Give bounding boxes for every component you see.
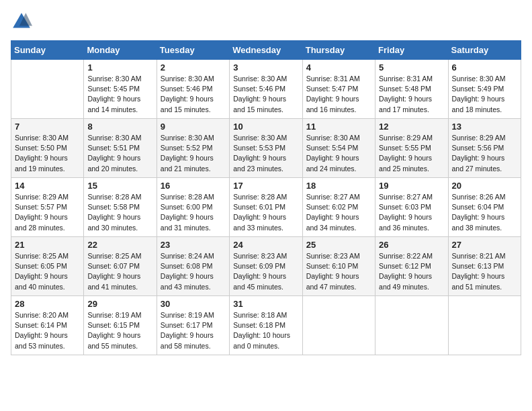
calendar-cell: 23Sunrise: 8:24 AM Sunset: 6:08 PM Dayli…: [157, 237, 229, 296]
day-number: 5: [379, 62, 444, 73]
day-info: Sunrise: 8:30 AM Sunset: 5:46 PM Dayligh…: [233, 74, 298, 115]
day-number: 7: [15, 122, 80, 132]
calendar-cell: 19Sunrise: 8:27 AM Sunset: 6:03 PM Dayli…: [375, 178, 448, 237]
calendar-cell: 26Sunrise: 8:22 AM Sunset: 6:12 PM Dayli…: [375, 237, 448, 296]
week-row-3: 21Sunrise: 8:25 AM Sunset: 6:05 PM Dayli…: [11, 237, 521, 296]
day-number: 2: [161, 62, 226, 73]
col-header-sunday: Sunday: [11, 41, 84, 60]
day-number: 17: [233, 181, 298, 191]
day-number: 22: [87, 240, 152, 250]
day-info: Sunrise: 8:30 AM Sunset: 5:49 PM Dayligh…: [452, 74, 517, 115]
day-number: 30: [161, 299, 226, 309]
day-number: 21: [15, 240, 80, 250]
day-number: 26: [379, 240, 444, 250]
week-row-4: 28Sunrise: 8:20 AM Sunset: 6:14 PM Dayli…: [11, 296, 521, 355]
calendar-cell: [302, 296, 375, 355]
day-number: 31: [233, 299, 298, 309]
day-number: 15: [87, 181, 152, 191]
calendar-cell: 6Sunrise: 8:30 AM Sunset: 5:49 PM Daylig…: [448, 60, 521, 119]
day-info: Sunrise: 8:27 AM Sunset: 6:02 PM Dayligh…: [306, 192, 371, 233]
col-header-monday: Monday: [84, 41, 157, 60]
calendar-cell: 18Sunrise: 8:27 AM Sunset: 6:02 PM Dayli…: [302, 178, 375, 237]
day-number: 11: [306, 122, 371, 132]
day-number: 16: [161, 181, 226, 191]
day-info: Sunrise: 8:24 AM Sunset: 6:08 PM Dayligh…: [161, 251, 226, 292]
calendar-cell: 25Sunrise: 8:23 AM Sunset: 6:10 PM Dayli…: [302, 237, 375, 296]
calendar-cell: 8Sunrise: 8:30 AM Sunset: 5:51 PM Daylig…: [84, 119, 157, 178]
calendar-cell: 10Sunrise: 8:30 AM Sunset: 5:53 PM Dayli…: [230, 119, 302, 178]
logo-icon: [11, 11, 32, 32]
calendar-cell: 17Sunrise: 8:28 AM Sunset: 6:01 PM Dayli…: [230, 178, 302, 237]
day-info: Sunrise: 8:30 AM Sunset: 5:53 PM Dayligh…: [233, 133, 298, 174]
calendar-cell: 14Sunrise: 8:29 AM Sunset: 5:57 PM Dayli…: [11, 178, 84, 237]
day-info: Sunrise: 8:22 AM Sunset: 6:12 PM Dayligh…: [379, 251, 444, 292]
day-info: Sunrise: 8:30 AM Sunset: 5:52 PM Dayligh…: [161, 133, 226, 174]
day-info: Sunrise: 8:30 AM Sunset: 5:54 PM Dayligh…: [306, 133, 371, 174]
day-info: Sunrise: 8:19 AM Sunset: 6:15 PM Dayligh…: [87, 310, 152, 351]
day-info: Sunrise: 8:25 AM Sunset: 6:05 PM Dayligh…: [15, 251, 80, 292]
day-number: 8: [87, 122, 152, 132]
calendar-cell: 16Sunrise: 8:28 AM Sunset: 6:00 PM Dayli…: [157, 178, 229, 237]
day-number: 20: [452, 181, 517, 191]
calendar-table: SundayMondayTuesdayWednesdayThursdayFrid…: [11, 40, 521, 355]
day-number: 12: [379, 122, 444, 132]
calendar-cell: 28Sunrise: 8:20 AM Sunset: 6:14 PM Dayli…: [11, 296, 84, 355]
day-info: Sunrise: 8:30 AM Sunset: 5:51 PM Dayligh…: [87, 133, 152, 174]
calendar-cell: 29Sunrise: 8:19 AM Sunset: 6:15 PM Dayli…: [84, 296, 157, 355]
day-info: Sunrise: 8:29 AM Sunset: 5:55 PM Dayligh…: [379, 133, 444, 174]
col-header-tuesday: Tuesday: [157, 41, 229, 60]
day-number: 23: [161, 240, 226, 250]
day-info: Sunrise: 8:26 AM Sunset: 6:04 PM Dayligh…: [452, 192, 517, 233]
calendar-cell: 22Sunrise: 8:25 AM Sunset: 6:07 PM Dayli…: [84, 237, 157, 296]
day-info: Sunrise: 8:19 AM Sunset: 6:17 PM Dayligh…: [161, 310, 226, 351]
day-info: Sunrise: 8:30 AM Sunset: 5:46 PM Dayligh…: [161, 74, 226, 115]
day-number: 13: [452, 122, 517, 132]
calendar-cell: 13Sunrise: 8:29 AM Sunset: 5:56 PM Dayli…: [448, 119, 521, 178]
calendar-cell: 12Sunrise: 8:29 AM Sunset: 5:55 PM Dayli…: [375, 119, 448, 178]
day-info: Sunrise: 8:20 AM Sunset: 6:14 PM Dayligh…: [15, 310, 80, 351]
day-number: 25: [306, 240, 371, 250]
day-info: Sunrise: 8:29 AM Sunset: 5:56 PM Dayligh…: [452, 133, 517, 174]
day-info: Sunrise: 8:31 AM Sunset: 5:47 PM Dayligh…: [306, 74, 371, 115]
day-number: 3: [233, 62, 298, 73]
day-info: Sunrise: 8:23 AM Sunset: 6:09 PM Dayligh…: [233, 251, 298, 292]
calendar-cell: 21Sunrise: 8:25 AM Sunset: 6:05 PM Dayli…: [11, 237, 84, 296]
calendar-cell: 31Sunrise: 8:18 AM Sunset: 6:18 PM Dayli…: [230, 296, 302, 355]
day-number: 4: [306, 62, 371, 73]
day-info: Sunrise: 8:28 AM Sunset: 6:00 PM Dayligh…: [161, 192, 226, 233]
calendar-cell: [448, 296, 521, 355]
logo: [11, 11, 35, 32]
day-number: 9: [161, 122, 226, 132]
calendar-cell: 20Sunrise: 8:26 AM Sunset: 6:04 PM Dayli…: [448, 178, 521, 237]
calendar-cell: 2Sunrise: 8:30 AM Sunset: 5:46 PM Daylig…: [157, 60, 229, 119]
calendar-cell: 5Sunrise: 8:31 AM Sunset: 5:48 PM Daylig…: [375, 60, 448, 119]
col-header-saturday: Saturday: [448, 41, 521, 60]
day-number: 29: [87, 299, 152, 309]
calendar-header: SundayMondayTuesdayWednesdayThursdayFrid…: [11, 41, 521, 60]
col-header-thursday: Thursday: [302, 41, 375, 60]
day-number: 28: [15, 299, 80, 309]
calendar-cell: 30Sunrise: 8:19 AM Sunset: 6:17 PM Dayli…: [157, 296, 229, 355]
page-header: [11, 11, 521, 32]
week-row-2: 14Sunrise: 8:29 AM Sunset: 5:57 PM Dayli…: [11, 178, 521, 237]
col-header-wednesday: Wednesday: [230, 41, 302, 60]
week-row-0: 1Sunrise: 8:30 AM Sunset: 5:45 PM Daylig…: [11, 60, 521, 119]
calendar-cell: 1Sunrise: 8:30 AM Sunset: 5:45 PM Daylig…: [84, 60, 157, 119]
day-info: Sunrise: 8:21 AM Sunset: 6:13 PM Dayligh…: [452, 251, 517, 292]
day-info: Sunrise: 8:27 AM Sunset: 6:03 PM Dayligh…: [379, 192, 444, 233]
calendar-cell: 27Sunrise: 8:21 AM Sunset: 6:13 PM Dayli…: [448, 237, 521, 296]
day-number: 18: [306, 181, 371, 191]
day-info: Sunrise: 8:28 AM Sunset: 5:58 PM Dayligh…: [87, 192, 152, 233]
day-info: Sunrise: 8:25 AM Sunset: 6:07 PM Dayligh…: [87, 251, 152, 292]
day-info: Sunrise: 8:18 AM Sunset: 6:18 PM Dayligh…: [233, 310, 298, 351]
calendar-cell: [375, 296, 448, 355]
day-info: Sunrise: 8:29 AM Sunset: 5:57 PM Dayligh…: [15, 192, 80, 233]
day-info: Sunrise: 8:30 AM Sunset: 5:50 PM Dayligh…: [15, 133, 80, 174]
calendar-cell: [11, 60, 84, 119]
calendar-cell: 24Sunrise: 8:23 AM Sunset: 6:09 PM Dayli…: [230, 237, 302, 296]
calendar-cell: 4Sunrise: 8:31 AM Sunset: 5:47 PM Daylig…: [302, 60, 375, 119]
day-number: 14: [15, 181, 80, 191]
day-number: 6: [452, 62, 517, 73]
day-number: 1: [87, 62, 152, 73]
calendar-cell: 15Sunrise: 8:28 AM Sunset: 5:58 PM Dayli…: [84, 178, 157, 237]
